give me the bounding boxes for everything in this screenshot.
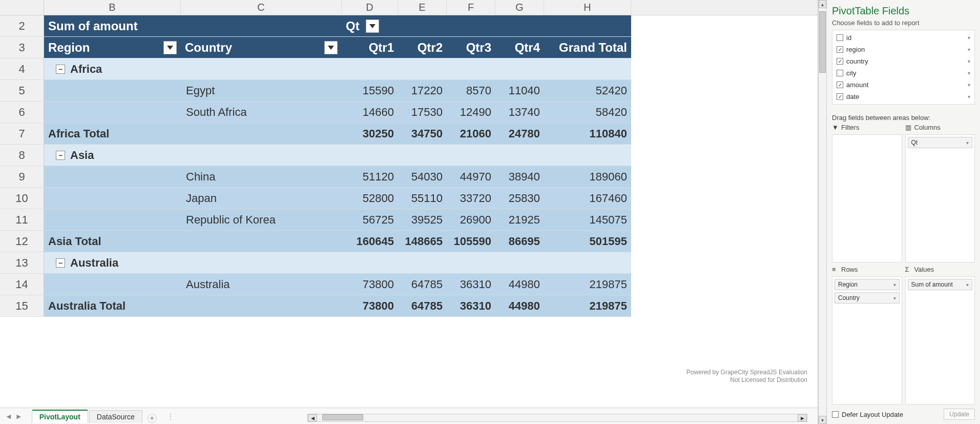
[interactable]: 14660 bbox=[342, 102, 398, 123]
[interactable]: 44970 bbox=[447, 166, 495, 188]
area-box-columns[interactable]: Qt▾ bbox=[905, 134, 975, 263]
[interactable]: 36310 bbox=[447, 274, 495, 295]
[interactable] bbox=[495, 145, 544, 166]
[interactable] bbox=[447, 58, 495, 80]
[interactable] bbox=[544, 252, 631, 274]
[interactable] bbox=[544, 58, 631, 80]
row-header-10[interactable]: 10 bbox=[0, 188, 44, 209]
cell-C2[interactable] bbox=[181, 15, 342, 37]
checkbox-country[interactable] bbox=[837, 58, 843, 65]
country-China[interactable]: China bbox=[181, 166, 342, 188]
[interactable]: 64785 bbox=[398, 295, 447, 317]
[interactable]: 148665 bbox=[398, 231, 447, 252]
pill-values-Sum of amount[interactable]: Sum of amount▾ bbox=[908, 279, 973, 290]
tab-pivotlayout[interactable]: PivotLayout bbox=[32, 410, 88, 423]
[interactable]: 30250 bbox=[342, 123, 398, 145]
[interactable]: 17530 bbox=[398, 102, 447, 123]
[interactable]: 52800 bbox=[342, 188, 398, 209]
sheet-grid[interactable]: B C D E F G H 2 Sum of amount Qt 3 Regio… bbox=[0, 0, 818, 408]
field-region[interactable]: region ▾ bbox=[832, 44, 974, 55]
[interactable]: 219875 bbox=[544, 274, 631, 295]
cell-C13[interactable] bbox=[181, 252, 342, 274]
cell-C3[interactable]: Country bbox=[181, 37, 342, 58]
cell-H2[interactable] bbox=[544, 15, 631, 37]
col-header-D[interactable]: D bbox=[342, 0, 398, 15]
field-amount[interactable]: amount ▾ bbox=[832, 79, 974, 90]
pill-rows-Region[interactable]: Region▾ bbox=[835, 279, 900, 290]
cell-C8[interactable] bbox=[181, 145, 342, 166]
row-header-11[interactable]: 11 bbox=[0, 209, 44, 231]
row-header-14[interactable]: 14 bbox=[0, 274, 44, 295]
[interactable] bbox=[44, 102, 181, 123]
[interactable] bbox=[44, 80, 181, 102]
[interactable]: 17220 bbox=[398, 80, 447, 102]
cell-D3[interactable]: Qtr1 bbox=[342, 37, 398, 58]
tab-drag-handle[interactable]: ⋮ bbox=[167, 412, 174, 420]
country-Australia[interactable]: Australia bbox=[181, 274, 342, 295]
selectall-corner[interactable] bbox=[0, 0, 44, 15]
row-header-7[interactable]: 7 bbox=[0, 123, 44, 145]
[interactable]: 160645 bbox=[342, 231, 398, 252]
[interactable] bbox=[544, 145, 631, 166]
tab-nav-arrows[interactable]: ◄► bbox=[0, 412, 28, 420]
chevron-down-icon[interactable]: ▾ bbox=[893, 282, 896, 288]
collapse-toggle-Asia[interactable]: − bbox=[56, 151, 65, 160]
[interactable]: 34750 bbox=[398, 123, 447, 145]
chevron-down-icon[interactable]: ▾ bbox=[968, 70, 970, 76]
defer-checkbox[interactable] bbox=[832, 411, 839, 418]
[interactable] bbox=[495, 58, 544, 80]
cell-E2[interactable] bbox=[398, 15, 447, 37]
hscroll-track[interactable] bbox=[317, 414, 798, 421]
cell-G2[interactable] bbox=[495, 15, 544, 37]
[interactable]: 36310 bbox=[447, 295, 495, 317]
hscroll-thumb[interactable] bbox=[322, 414, 363, 420]
cell-C4[interactable] bbox=[181, 58, 342, 80]
[interactable]: 38940 bbox=[495, 166, 544, 188]
[interactable]: 501595 bbox=[544, 231, 631, 252]
[interactable]: 15590 bbox=[342, 80, 398, 102]
row-header-9[interactable]: 9 bbox=[0, 166, 44, 188]
[interactable]: 54030 bbox=[398, 166, 447, 188]
collapse-toggle-Africa[interactable]: − bbox=[56, 65, 65, 74]
col-header-C[interactable]: C bbox=[181, 0, 342, 15]
[interactable]: 58420 bbox=[544, 102, 631, 123]
[interactable]: 12490 bbox=[447, 102, 495, 123]
vscroll-thumb[interactable] bbox=[819, 11, 826, 73]
[interactable]: 105590 bbox=[447, 231, 495, 252]
total-Africa[interactable]: Africa Total bbox=[44, 123, 181, 145]
[interactable]: 219875 bbox=[544, 295, 631, 317]
chevron-down-icon[interactable]: ▾ bbox=[966, 140, 969, 146]
col-header-G[interactable]: G bbox=[495, 0, 544, 15]
col-header-H[interactable]: H bbox=[544, 0, 631, 15]
[interactable] bbox=[398, 252, 447, 274]
row-header-15[interactable]: 15 bbox=[0, 295, 44, 317]
[interactable]: 52420 bbox=[544, 80, 631, 102]
add-sheet-button[interactable]: + bbox=[148, 414, 157, 423]
[interactable]: 110840 bbox=[544, 123, 631, 145]
country-Republic of Korea[interactable]: Republic of Korea bbox=[181, 209, 342, 231]
[interactable]: 145075 bbox=[544, 209, 631, 231]
[interactable]: 44980 bbox=[495, 274, 544, 295]
[interactable]: 21060 bbox=[447, 123, 495, 145]
country-South Africa[interactable]: South Africa bbox=[181, 102, 342, 123]
checkbox-city[interactable] bbox=[837, 70, 843, 76]
field-id[interactable]: id ▾ bbox=[832, 32, 974, 43]
[interactable]: 189060 bbox=[544, 166, 631, 188]
[interactable] bbox=[447, 145, 495, 166]
tab-datasource[interactable]: DataSource bbox=[89, 410, 142, 423]
[interactable]: 39525 bbox=[398, 209, 447, 231]
checkbox-id[interactable] bbox=[837, 34, 843, 41]
[interactable]: 167460 bbox=[544, 188, 631, 209]
cell-B3[interactable]: Region bbox=[44, 37, 181, 58]
cell-H3[interactable]: Grand Total bbox=[544, 37, 631, 58]
[interactable] bbox=[398, 58, 447, 80]
chevron-down-icon[interactable]: ▾ bbox=[966, 282, 969, 288]
pill-columns-Qt[interactable]: Qt▾ bbox=[908, 137, 973, 148]
vertical-scrollbar[interactable]: ▴ ▾ bbox=[818, 0, 826, 424]
[interactable] bbox=[181, 295, 342, 317]
update-button[interactable]: Update bbox=[944, 409, 975, 420]
region-filter-button[interactable] bbox=[163, 41, 177, 54]
checkbox-date[interactable] bbox=[837, 93, 843, 100]
[interactable]: 73800 bbox=[342, 274, 398, 295]
col-header-B[interactable]: B bbox=[44, 0, 181, 15]
